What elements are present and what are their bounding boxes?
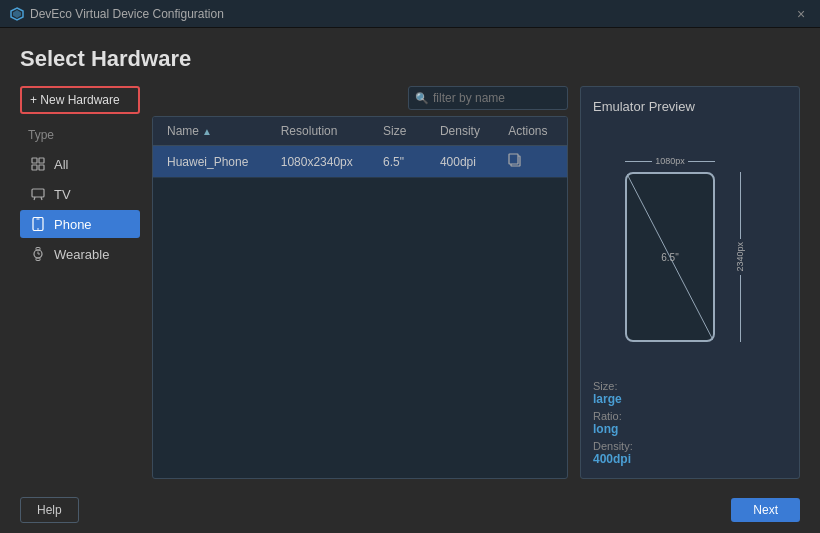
width-dimension: 1080px <box>625 156 715 166</box>
svg-rect-6 <box>32 189 44 197</box>
height-dimension: 2340px <box>735 172 745 342</box>
tv-icon <box>30 186 46 202</box>
col-size: Size <box>377 117 434 145</box>
hardware-list-panel: 🔍 Name ▲ Resolution Size <box>152 86 568 479</box>
col-actions: Actions <box>502 117 559 145</box>
size-stat-label: Size: <box>593 380 787 392</box>
next-button[interactable]: Next <box>731 498 800 522</box>
phone-icon <box>30 216 46 232</box>
size-center-label: 6.5" <box>661 252 678 263</box>
toolbar: 🔍 <box>152 86 568 110</box>
search-icon: 🔍 <box>415 92 429 105</box>
app-icon <box>10 7 24 21</box>
hardware-table: Name ▲ Resolution Size Density Actions <box>152 116 568 479</box>
stat-density: Density: 400dpi <box>593 440 787 466</box>
cell-resolution: 1080x2340px <box>275 146 377 177</box>
svg-rect-3 <box>39 158 44 163</box>
help-button[interactable]: Help <box>20 497 79 523</box>
copy-button[interactable] <box>508 153 522 170</box>
stat-size: Size: large <box>593 380 787 406</box>
sidebar-item-tv-label: TV <box>54 187 71 202</box>
svg-point-11 <box>37 228 39 230</box>
table-header: Name ▲ Resolution Size Density Actions <box>153 117 567 146</box>
col-name: Name ▲ <box>161 117 275 145</box>
density-stat-label: Density: <box>593 440 787 452</box>
emulator-preview-panel: Emulator Preview 1080px 6.5" 2340px <box>580 86 800 479</box>
phone-frame: 6.5" <box>625 172 715 342</box>
width-label: 1080px <box>652 156 688 166</box>
emulator-preview-title: Emulator Preview <box>593 99 787 114</box>
svg-marker-1 <box>13 10 21 18</box>
type-panel: + New Hardware Type All <box>20 86 140 479</box>
new-hardware-button[interactable]: + New Hardware <box>20 86 140 114</box>
cell-size: 6.5" <box>377 146 434 177</box>
search-input[interactable] <box>408 86 568 110</box>
title-bar: DevEco Virtual Device Configuration × <box>0 0 820 28</box>
height-label: 2340px <box>735 239 745 275</box>
cell-name: Huawei_Phone <box>161 146 275 177</box>
type-label: Type <box>20 124 140 146</box>
watch-icon <box>30 246 46 262</box>
size-stat-value: large <box>593 392 787 406</box>
sort-arrow: ▲ <box>202 126 212 137</box>
svg-rect-2 <box>32 158 37 163</box>
sidebar-item-tv[interactable]: TV <box>20 180 140 208</box>
preview-stats: Size: large Ratio: long Density: 400dpi <box>593 380 787 466</box>
col-resolution: Resolution <box>275 117 377 145</box>
density-stat-value: 400dpi <box>593 452 787 466</box>
phone-preview-container: 1080px 6.5" 2340px <box>593 124 787 370</box>
ratio-stat-label: Ratio: <box>593 410 787 422</box>
sidebar-item-all-label: All <box>54 157 68 172</box>
table-body: Huawei_Phone 1080x2340px 6.5" 400dpi <box>153 146 567 478</box>
grid-icon <box>30 156 46 172</box>
cell-actions <box>502 146 559 177</box>
svg-rect-13 <box>36 248 40 251</box>
cell-density: 400dpi <box>434 146 502 177</box>
svg-rect-4 <box>32 165 37 170</box>
footer: Help Next <box>20 487 800 523</box>
stat-ratio: Ratio: long <box>593 410 787 436</box>
svg-rect-14 <box>36 258 40 261</box>
table-row[interactable]: Huawei_Phone 1080x2340px 6.5" 400dpi <box>153 146 567 178</box>
svg-rect-5 <box>39 165 44 170</box>
sidebar-item-wearable-label: Wearable <box>54 247 109 262</box>
col-density: Density <box>434 117 502 145</box>
svg-rect-18 <box>509 154 518 164</box>
sidebar-item-phone-label: Phone <box>54 217 92 232</box>
close-button[interactable]: × <box>792 5 810 23</box>
sidebar-item-all[interactable]: All <box>20 150 140 178</box>
page-title: Select Hardware <box>20 46 800 72</box>
sidebar-item-phone[interactable]: Phone <box>20 210 140 238</box>
sidebar-item-wearable[interactable]: Wearable <box>20 240 140 268</box>
title-bar-text: DevEco Virtual Device Configuration <box>30 7 224 21</box>
ratio-stat-value: long <box>593 422 787 436</box>
